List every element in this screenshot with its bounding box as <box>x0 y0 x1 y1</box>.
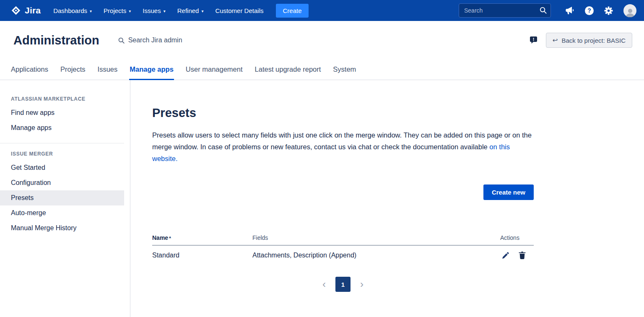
next-page-icon[interactable]: › <box>360 279 364 289</box>
nav-refined[interactable]: Refined ▾ <box>177 7 204 14</box>
admin-header: Administration Search Jira admin ↩ Back … <box>0 21 644 60</box>
table-header-row: Name▴ Fields Actions <box>152 234 534 246</box>
chevron-down-icon: ▾ <box>164 9 166 13</box>
nav-issues[interactable]: Issues ▾ <box>143 7 165 14</box>
column-header-name[interactable]: Name▴ <box>152 234 252 241</box>
sidebar-item-configuration[interactable]: Configuration <box>0 175 124 190</box>
create-button[interactable]: Create <box>276 4 308 18</box>
column-header-fields: Fields <box>252 234 500 241</box>
tab-system[interactable]: System <box>332 65 356 80</box>
back-arrow-icon: ↩ <box>553 36 558 44</box>
jira-logo-icon <box>11 5 21 16</box>
user-avatar[interactable] <box>623 4 636 17</box>
tab-user-management[interactable]: User management <box>185 65 243 80</box>
chevron-down-icon: ▾ <box>129 9 131 13</box>
sidebar: ATLASSIAN MARKETPLACE Find new apps Mana… <box>0 80 130 317</box>
brand-name: Jira <box>25 5 41 16</box>
admin-header-right: ↩ Back to project: BASIC <box>530 33 632 48</box>
nav-projects-label: Projects <box>104 7 126 14</box>
sidebar-item-manage-apps[interactable]: Manage apps <box>0 120 124 135</box>
back-to-project-button[interactable]: ↩ Back to project: BASIC <box>546 33 632 48</box>
actions-cell <box>500 252 534 259</box>
help-icon[interactable]: ? <box>585 6 594 15</box>
sidebar-item-find-new-apps[interactable]: Find new apps <box>0 105 124 120</box>
presets-description: Presets allow users to select many field… <box>152 129 534 164</box>
delete-trash-icon[interactable] <box>519 252 526 259</box>
presets-title: Presets <box>152 106 534 120</box>
nav-refined-label: Refined <box>177 7 199 14</box>
current-page-button[interactable]: 1 <box>335 277 351 292</box>
nav-projects[interactable]: Projects ▾ <box>104 7 131 14</box>
global-search <box>459 3 551 18</box>
page-title: Administration <box>13 34 99 47</box>
presets-table: Name▴ Fields Actions Standard Attachment… <box>152 234 534 263</box>
preset-fields-cell: Attachments, Description (Append) <box>252 252 500 259</box>
chevron-down-icon: ▾ <box>90 9 92 13</box>
admin-search-label: Search Jira admin <box>128 36 182 44</box>
table-row: Standard Attachments, Description (Appen… <box>152 246 534 263</box>
tab-applications[interactable]: Applications <box>10 65 49 80</box>
help-question-glyph: ? <box>585 6 594 15</box>
jira-logo[interactable]: Jira <box>11 5 41 16</box>
pagination: ‹ 1 › <box>152 277 534 292</box>
admin-search[interactable]: Search Jira admin <box>118 36 182 44</box>
create-new-button[interactable]: Create new <box>483 184 534 200</box>
nav-customer-details[interactable]: Customer Details <box>215 7 263 14</box>
tab-projects[interactable]: Projects <box>60 65 86 80</box>
nav-dashboards-label: Dashboards <box>53 7 87 14</box>
top-navigation-bar: Jira Dashboards ▾ Projects ▾ Issues ▾ Re… <box>0 0 644 21</box>
sidebar-heading-issue-merger: ISSUE MERGER <box>11 151 130 157</box>
tab-issues[interactable]: Issues <box>97 65 118 80</box>
sidebar-item-manual-merge-history[interactable]: Manual Merge History <box>0 221 124 236</box>
admin-tabs: Applications Projects Issues Manage apps… <box>0 60 644 80</box>
sidebar-item-presets[interactable]: Presets <box>0 190 124 205</box>
column-header-actions: Actions <box>500 234 534 241</box>
topnav-icon-group: ? <box>565 4 636 17</box>
announcements-icon[interactable] <box>565 6 574 15</box>
search-icon <box>118 37 125 44</box>
chevron-down-icon: ▾ <box>201 9 203 13</box>
nav-issues-label: Issues <box>143 7 161 14</box>
settings-gear-icon[interactable] <box>604 6 613 15</box>
global-search-input[interactable] <box>459 3 551 18</box>
sort-ascending-icon: ▴ <box>169 235 171 239</box>
content-area: ATLASSIAN MARKETPLACE Find new apps Mana… <box>0 80 644 317</box>
back-to-project-label: Back to project: BASIC <box>561 37 626 44</box>
tab-latest-upgrade-report[interactable]: Latest upgrade report <box>254 65 322 80</box>
sidebar-item-get-started[interactable]: Get Started <box>0 160 124 175</box>
nav-dashboards[interactable]: Dashboards ▾ <box>53 7 92 14</box>
nav-customer-details-label: Customer Details <box>215 7 263 14</box>
sidebar-divider <box>0 143 124 143</box>
sidebar-heading-marketplace: ATLASSIAN MARKETPLACE <box>11 96 130 102</box>
feedback-icon[interactable] <box>530 36 538 44</box>
description-text: Presets allow users to select many field… <box>152 131 532 151</box>
main-panel: Presets Presets allow users to select ma… <box>130 80 644 317</box>
sidebar-item-auto-merge[interactable]: Auto-merge <box>0 205 124 221</box>
preset-name-cell: Standard <box>152 252 252 259</box>
edit-pencil-icon[interactable] <box>502 252 509 259</box>
search-icon <box>539 6 547 16</box>
previous-page-icon[interactable]: ‹ <box>322 279 326 289</box>
tab-manage-apps[interactable]: Manage apps <box>129 65 174 80</box>
name-header-label: Name <box>152 234 168 241</box>
